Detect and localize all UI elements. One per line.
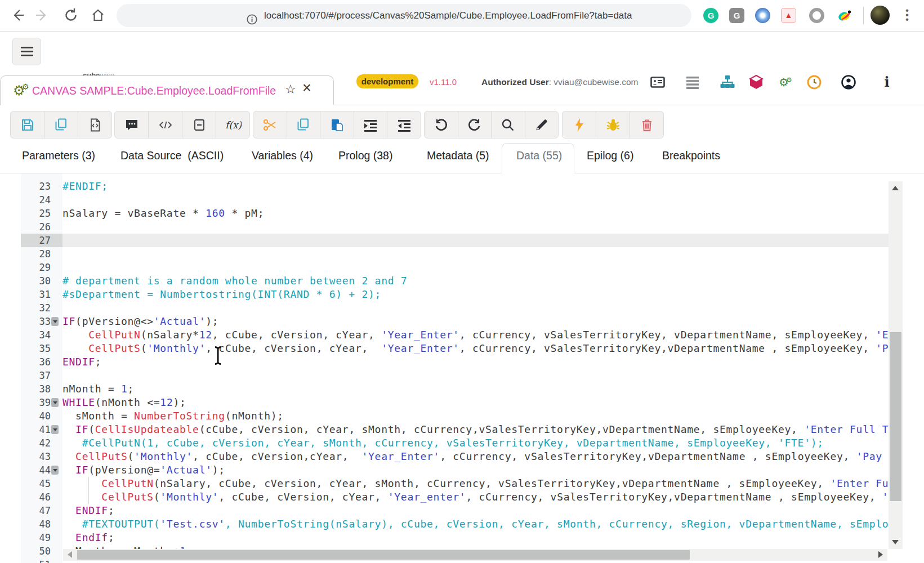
vertical-scrollbar[interactable] [889, 181, 903, 549]
scroll-up-icon[interactable] [892, 186, 899, 190]
line-number: 44 [17, 463, 51, 477]
tab-metadata-5[interactable]: Metadata (5) [427, 138, 489, 173]
file-code-button[interactable] [78, 111, 111, 138]
scroll-left-icon[interactable] [68, 551, 72, 558]
delete-button[interactable] [630, 111, 663, 138]
extension-grammarly-icon[interactable]: G [703, 8, 718, 23]
avatar[interactable] [871, 6, 890, 25]
favorite-star-icon[interactable]: ☆ [285, 82, 296, 97]
horizontal-scrollbar-thumb[interactable] [77, 550, 690, 560]
toolbar-group-3 [424, 111, 559, 138]
search-button[interactable] [492, 111, 525, 138]
extension-ring-icon[interactable] [809, 8, 824, 23]
extension-g-icon[interactable]: G [729, 8, 744, 23]
line-number: 42 [17, 436, 51, 450]
url-text[interactable]: localhost:7070/#/process/Canvas%20Sample… [264, 4, 632, 27]
code-text: IF(pVersion@='Actual'); [63, 463, 225, 477]
redo-icon [468, 118, 481, 132]
fold-marker-icon[interactable] [51, 317, 59, 326]
indent-button[interactable] [354, 111, 388, 138]
address-bar[interactable]: localhost:7070/#/process/Canvas%20Sample… [117, 4, 691, 27]
save-icon [21, 118, 34, 132]
tab-data-55[interactable]: Data (55) [516, 138, 562, 173]
version-label: v1.11.0 [430, 77, 457, 87]
line-number: 29 [17, 261, 51, 274]
vertical-scrollbar-thumb[interactable] [890, 332, 901, 501]
extension-acrobat-icon[interactable]: ▲ [781, 8, 796, 23]
horizontal-scrollbar[interactable] [63, 549, 887, 561]
collapse-button[interactable] [182, 111, 216, 138]
extension-feather-icon[interactable] [837, 8, 852, 23]
scroll-right-icon[interactable] [878, 551, 883, 558]
function-button[interactable]: f(x) [216, 111, 249, 138]
fold-marker-icon[interactable] [51, 466, 59, 475]
tab-epilog-6[interactable]: Epilog (6) [587, 138, 633, 173]
clock-icon[interactable] [807, 75, 822, 90]
copy-document-button[interactable] [44, 111, 78, 138]
fold-marker-icon[interactable] [51, 425, 59, 434]
edit-icon [535, 118, 548, 132]
line-number: 34 [17, 328, 51, 342]
outdent-button[interactable] [387, 111, 421, 138]
code-line-31: 31#sDepartment = Numbertostring(INT(RAND… [0, 288, 889, 301]
toolbar-group-1: f(x) [114, 111, 250, 138]
sitemap-icon[interactable] [720, 75, 735, 90]
code-line-45: 45 CellPutN(nSalary, cCube, cVersion, cY… [0, 477, 889, 490]
tab-breakpoints[interactable]: Breakpoints [662, 138, 720, 173]
doc-tab-title: CANVAS SAMPLE:Cube.Employee.LoadFromFile [32, 76, 276, 105]
code-line-49: 49 EndIf; [0, 531, 889, 544]
reload-icon[interactable] [64, 8, 78, 23]
info-icon[interactable]: i [881, 75, 892, 90]
site-info-icon[interactable] [247, 14, 257, 25]
toolbar-group-4 [562, 111, 664, 138]
menu-button[interactable] [12, 38, 41, 65]
forward-icon[interactable] [35, 8, 50, 23]
tab-row-divider [334, 105, 924, 105]
tab-prolog-38[interactable]: Prolog (38) [338, 138, 392, 173]
account-icon[interactable] [841, 75, 856, 90]
save-button[interactable] [11, 111, 44, 138]
redo-button[interactable] [458, 111, 492, 138]
tab-variables-4[interactable]: Variables (4) [252, 138, 313, 173]
gears-icon[interactable]: ⚙⚙ [778, 75, 793, 90]
comment-button[interactable] [115, 111, 149, 138]
code-icon [158, 118, 173, 132]
home-icon[interactable] [91, 8, 105, 23]
tab-parameters-3[interactable]: Parameters (3) [22, 138, 95, 173]
close-tab-icon[interactable]: × [302, 79, 311, 97]
user-card-icon[interactable] [650, 75, 665, 90]
tab-data-source-ascii[interactable]: Data Source (ASCII) [120, 138, 224, 173]
code-line-37: 37 [0, 369, 889, 382]
fold-marker-icon[interactable] [51, 398, 59, 407]
list-icon[interactable] [685, 75, 700, 90]
undo-button[interactable] [425, 111, 458, 138]
code-text: WHILE(nMonth <=12); [63, 396, 186, 409]
scroll-down-icon[interactable] [892, 540, 899, 544]
debug-button[interactable] [596, 111, 630, 138]
copy-pages-button[interactable] [287, 111, 321, 138]
code-line-26: 26 [0, 220, 889, 234]
extension-swirl-icon[interactable] [755, 8, 770, 23]
code-editor[interactable]: 23#ENDIF;2425nSalary = vBaseRate * 160 *… [0, 173, 924, 563]
process-doc-tab[interactable]: ⚙⚙ CANVAS SAMPLE:Cube.Employee.LoadFromF… [0, 75, 334, 105]
code-text: #TEXTOUTPUT('Test.csv', NumberToString(n… [63, 517, 889, 531]
paste-button[interactable] [320, 111, 354, 138]
line-number: 47 [17, 504, 51, 517]
code-line-39: 39WHILE(nMonth <=12); [0, 396, 889, 409]
paste-icon [330, 118, 343, 132]
back-icon[interactable] [10, 8, 25, 23]
code-line-23: 23#ENDIF; [0, 180, 889, 193]
cube-icon[interactable] [749, 75, 764, 90]
line-number: 24 [17, 193, 51, 207]
code-text: ENDIF; [63, 355, 101, 369]
cut-button[interactable] [253, 111, 287, 138]
collapse-icon [193, 118, 206, 132]
line-number: 27 [17, 234, 51, 247]
run-button[interactable] [563, 111, 596, 138]
code-text: CellPutS('Monthly', cCube, cVersion, cYe… [63, 342, 889, 355]
browser-menu-icon[interactable]: ••• [903, 8, 911, 23]
code-button[interactable] [149, 111, 182, 138]
line-number: 31 [17, 288, 51, 301]
edit-button[interactable] [525, 111, 559, 138]
code-text: EndIf; [63, 531, 114, 544]
